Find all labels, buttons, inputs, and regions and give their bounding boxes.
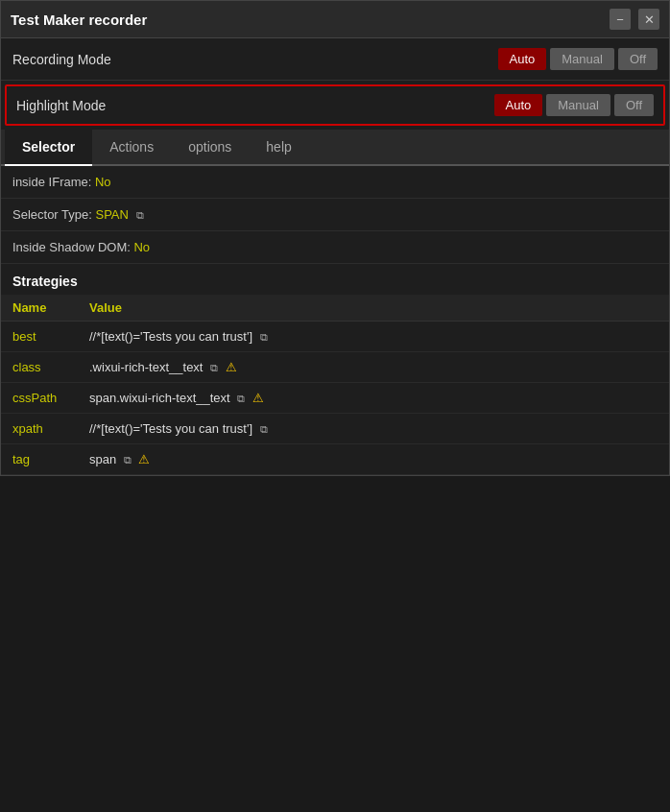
- table-row: xpath //*[text()='Tests you can trust'] …: [1, 414, 669, 444]
- inside-iframe-row: inside IFrame: No: [1, 166, 669, 199]
- recording-mode-off-button[interactable]: Off: [618, 48, 658, 70]
- col-name-header: Name: [1, 295, 78, 322]
- table-row: class .wixui-rich-text__text ⧉ ⚠: [1, 352, 669, 383]
- strategy-value: .wixui-rich-text__text ⧉ ⚠: [78, 352, 669, 383]
- table-row: best //*[text()='Tests you can trust'] ⧉: [1, 322, 669, 352]
- selector-type-copy-icon[interactable]: ⧉: [136, 209, 144, 222]
- strategy-name: xpath: [1, 414, 78, 444]
- recording-mode-row: Recording Mode Auto Manual Off: [1, 38, 669, 81]
- table-row: cssPath span.wixui-rich-text__text ⧉ ⚠: [1, 383, 669, 414]
- strategy-value: span ⧉ ⚠: [78, 444, 669, 475]
- window-title: Test Maker recorder: [11, 12, 147, 28]
- strategies-table: Name Value best //*[text()='Tests you ca…: [1, 295, 669, 475]
- content-area: inside IFrame: No Selector Type: SPAN ⧉ …: [1, 166, 669, 475]
- highlight-mode-label: Highlight Mode: [16, 98, 106, 113]
- table-row: tag span ⧉ ⚠: [1, 444, 669, 475]
- selector-type-row: Selector Type: SPAN ⧉: [1, 199, 669, 231]
- tabs-bar: Selector Actions options help: [1, 130, 669, 166]
- col-value-header: Value: [78, 295, 669, 322]
- tab-help[interactable]: help: [249, 130, 308, 166]
- highlight-mode-off-button[interactable]: Off: [614, 94, 654, 116]
- strategy-value: //*[text()='Tests you can trust'] ⧉: [78, 322, 669, 352]
- window-controls: − ✕: [610, 9, 659, 30]
- recording-mode-buttons: Auto Manual Off: [498, 48, 658, 70]
- recording-mode-manual-button[interactable]: Manual: [550, 48, 614, 70]
- strategy-value: //*[text()='Tests you can trust'] ⧉: [78, 414, 669, 444]
- main-window: Test Maker recorder − ✕ Recording Mode A…: [0, 0, 670, 476]
- strategy-value: span.wixui-rich-text__text ⧉ ⚠: [78, 383, 669, 414]
- title-bar: Test Maker recorder − ✕: [1, 1, 669, 38]
- inside-shadow-dom-label: Inside Shadow DOM:: [12, 240, 133, 254]
- strategy-name: tag: [1, 444, 78, 475]
- inside-iframe-label: inside IFrame:: [12, 175, 95, 189]
- copy-icon[interactable]: ⧉: [210, 362, 218, 374]
- selector-type-value: SPAN: [95, 207, 128, 222]
- copy-icon[interactable]: ⧉: [124, 454, 132, 466]
- recording-mode-auto-button[interactable]: Auto: [498, 48, 547, 70]
- warning-icon: ⚠: [138, 452, 150, 466]
- strategies-header: Strategies: [1, 264, 669, 295]
- strategy-name: best: [1, 322, 78, 352]
- highlight-mode-row: Highlight Mode Auto Manual Off: [5, 84, 665, 126]
- highlight-mode-manual-button[interactable]: Manual: [546, 94, 610, 116]
- selector-type-label: Selector Type:: [12, 207, 95, 222]
- highlight-mode-auto-button[interactable]: Auto: [494, 94, 543, 116]
- minimize-button[interactable]: −: [610, 9, 631, 30]
- tab-selector[interactable]: Selector: [5, 130, 92, 166]
- inside-shadow-dom-row: Inside Shadow DOM: No: [1, 231, 669, 264]
- strategy-name: cssPath: [1, 383, 78, 414]
- recording-mode-label: Recording Mode: [12, 52, 111, 67]
- inside-shadow-dom-value: No: [133, 240, 150, 254]
- copy-icon[interactable]: ⧉: [260, 423, 268, 436]
- tab-actions[interactable]: Actions: [92, 130, 171, 166]
- close-button[interactable]: ✕: [638, 9, 659, 30]
- copy-icon[interactable]: ⧉: [260, 331, 268, 344]
- tab-options[interactable]: options: [171, 130, 249, 166]
- copy-icon[interactable]: ⧉: [237, 393, 245, 405]
- warning-icon: ⚠: [252, 391, 264, 405]
- warning-icon: ⚠: [226, 360, 237, 374]
- highlight-mode-buttons: Auto Manual Off: [494, 94, 655, 116]
- strategy-name: class: [1, 352, 78, 383]
- inside-iframe-value: No: [95, 175, 111, 189]
